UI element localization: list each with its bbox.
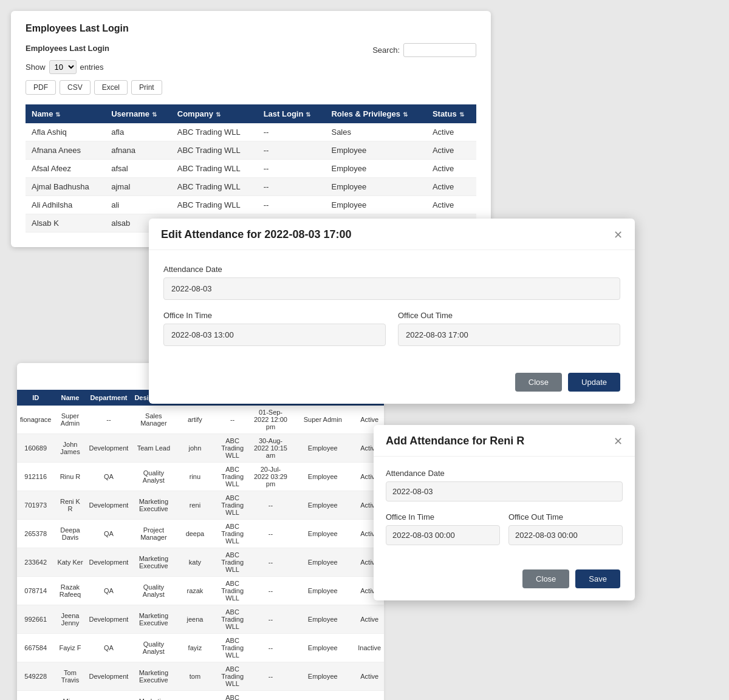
list-item: 078714Razak RafeeqQAQuality Analystrazak… bbox=[17, 577, 384, 605]
table-row: Afnana AneesafnanaABC Trading WLL--Emplo… bbox=[26, 141, 476, 160]
search-label: Search: bbox=[372, 46, 400, 55]
list-item: 160689John JamesDevelopmentTeam Leadjohn… bbox=[17, 434, 384, 463]
edit-attendance-modal: Edit Attendance for 2022-08-03 17:00 ✕ A… bbox=[149, 219, 635, 404]
entries-label: entries bbox=[80, 63, 104, 72]
sort-icon-company: ⇅ bbox=[216, 111, 221, 118]
sort-icon-name: ⇅ bbox=[55, 111, 60, 118]
edit-modal-header: Edit Attendance for 2022-08-03 17:00 ✕ bbox=[149, 219, 635, 250]
add-modal-body: Attendance Date Office In Time Office Ou… bbox=[374, 457, 635, 563]
sort-icon-status: ⇅ bbox=[459, 111, 464, 118]
list-item: 912116Rinu RQAQuality AnalystrinuABC Tra… bbox=[17, 463, 384, 491]
add-close-button[interactable]: Close bbox=[522, 569, 569, 588]
attendance-date-label: Attendance Date bbox=[163, 265, 620, 274]
table-row: Afla AshiqaflaABC Trading WLL--SalesActi… bbox=[26, 123, 476, 141]
add-office-out-group: Office Out Time bbox=[508, 512, 623, 545]
sm-col-id: ID bbox=[17, 390, 54, 406]
table-row: Ajmal BadhushaajmalABC Trading WLL--Empl… bbox=[26, 178, 476, 196]
edit-modal-body: Attendance Date Office In Time Office Ou… bbox=[149, 250, 635, 367]
list-item: 233642Katy KerDevelopmentMarketing Execu… bbox=[17, 548, 384, 577]
list-item: 667584Fayiz FQAQuality AnalystfayizABC T… bbox=[17, 634, 384, 662]
edit-modal-footer: Close Update bbox=[149, 367, 635, 404]
employees-sm-table: ID Name Department Designation Username … bbox=[17, 390, 384, 700]
edit-modal-close-icon[interactable]: ✕ bbox=[614, 229, 623, 240]
search-row: Search: bbox=[372, 43, 476, 57]
add-modal-footer: Close Save bbox=[374, 563, 635, 600]
add-attendance-date-input[interactable] bbox=[386, 481, 623, 501]
sort-icon-username: ⇅ bbox=[152, 111, 157, 118]
add-attendance-date-group: Attendance Date bbox=[386, 469, 623, 501]
office-in-input[interactable] bbox=[163, 324, 386, 346]
col-company: Company⇅ bbox=[171, 104, 258, 123]
col-roles: Roles & Privileges⇅ bbox=[325, 104, 426, 123]
col-name: Name⇅ bbox=[26, 104, 105, 123]
add-office-in-input[interactable] bbox=[386, 525, 500, 545]
add-office-out-label: Office Out Time bbox=[508, 512, 623, 522]
table-row: Ali AdhilshaaliABC Trading WLL--Employee… bbox=[26, 196, 476, 214]
sm-col-name: Name bbox=[54, 390, 86, 406]
list-item: 992661Jeena JennyDevelopmentMarketing Ex… bbox=[17, 605, 384, 634]
list-item: 701973Reni K RDevelopmentMarketing Execu… bbox=[17, 491, 384, 520]
employees-table: Name⇅ Username⇅ Company⇅ Last Login⇅ Rol… bbox=[26, 104, 476, 233]
add-attendance-date-label: Attendance Date bbox=[386, 469, 623, 478]
list-item: 270640Minu MariyamDevelopmentMarketing E… bbox=[17, 691, 384, 701]
add-office-in-label: Office In Time bbox=[386, 512, 500, 522]
excel-button[interactable]: Excel bbox=[94, 80, 128, 95]
office-out-label: Office Out Time bbox=[398, 311, 620, 320]
edit-modal-title: Edit Attendance for 2022-08-03 17:00 bbox=[161, 228, 351, 241]
add-modal-title: Add Attendance for Reni R bbox=[386, 435, 524, 447]
office-out-group: Office Out Time bbox=[398, 311, 620, 346]
add-save-button[interactable]: Save bbox=[575, 569, 620, 588]
office-out-input[interactable] bbox=[398, 324, 620, 346]
list-item: fionagraceSuper Admin--Sales Managerarti… bbox=[17, 406, 384, 434]
show-label: Show bbox=[26, 63, 46, 72]
attendance-date-group: Attendance Date bbox=[163, 265, 620, 300]
edit-close-button[interactable]: Close bbox=[515, 373, 562, 392]
add-modal-close-icon[interactable]: ✕ bbox=[614, 436, 623, 447]
attendance-date-input[interactable] bbox=[163, 277, 620, 300]
col-username: Username⇅ bbox=[105, 104, 171, 123]
employees-last-login-card: Employees Last Login Employees Last Logi… bbox=[11, 11, 491, 247]
csv-button[interactable]: CSV bbox=[60, 80, 91, 95]
add-office-in-group: Office In Time bbox=[386, 512, 500, 545]
edit-update-button[interactable]: Update bbox=[568, 373, 620, 392]
office-in-label: Office In Time bbox=[163, 311, 386, 320]
add-attendance-modal: Add Attendance for Reni R ✕ Attendance D… bbox=[374, 425, 635, 600]
add-time-row: Office In Time Office Out Time bbox=[386, 512, 623, 556]
col-status: Status⇅ bbox=[426, 104, 476, 123]
add-modal-header: Add Attendance for Reni R ✕ bbox=[374, 425, 635, 457]
search-input[interactable] bbox=[403, 43, 476, 57]
col-lastlogin: Last Login⇅ bbox=[258, 104, 326, 123]
list-item: 549228Tom TravisDevelopmentMarketing Exe… bbox=[17, 662, 384, 691]
card1-title: Employees Last Login bbox=[26, 23, 476, 34]
show-entries-row: Show 10 25 50 entries bbox=[26, 60, 162, 74]
export-buttons: PDF CSV Excel Print bbox=[26, 80, 162, 95]
list-item: 265378Deepa DavisQAProject ManagerdeepaA… bbox=[17, 520, 384, 548]
entries-select[interactable]: 10 25 50 bbox=[49, 60, 77, 74]
sort-icon-roles: ⇅ bbox=[403, 111, 408, 118]
add-office-out-input[interactable] bbox=[508, 525, 623, 545]
employees-list-card: Employees Last Login ID Name Department … bbox=[17, 363, 382, 700]
sort-icon-lastlogin: ⇅ bbox=[306, 111, 310, 118]
office-in-group: Office In Time bbox=[163, 311, 386, 346]
table-row: Afsal AfeezafsalABC Trading WLL--Employe… bbox=[26, 160, 476, 178]
print-button[interactable]: Print bbox=[131, 80, 162, 95]
sm-col-dept: Department bbox=[86, 390, 132, 406]
pdf-button[interactable]: PDF bbox=[26, 80, 56, 95]
time-row: Office In Time Office Out Time bbox=[163, 311, 620, 357]
